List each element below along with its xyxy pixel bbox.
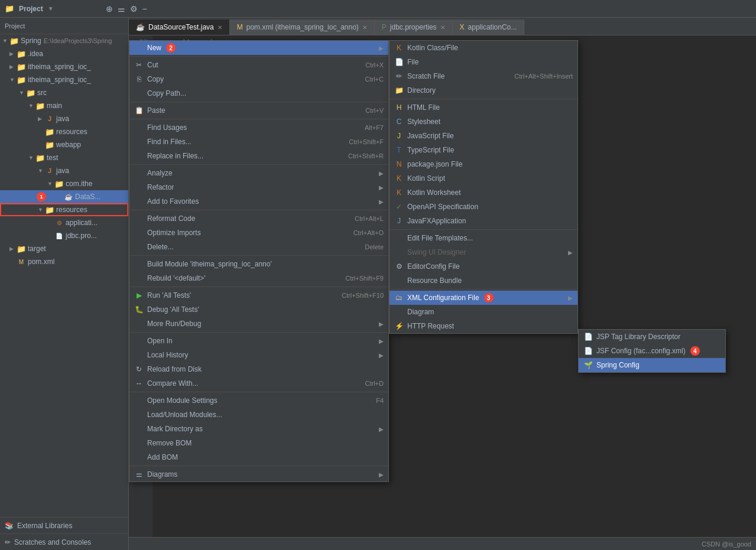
tab-datasource[interactable]: ☕ DataSourceTest.java ✕ <box>129 19 230 35</box>
sidebar-item-resources2[interactable]: ▼ 📁 resources <box>0 203 128 216</box>
menu-item-rebuild[interactable]: Rebuild '<default>' Ctrl+Shift+F9 <box>129 271 388 285</box>
title-dropdown-icon[interactable]: ▼ <box>48 5 54 12</box>
menu-item-run-tests[interactable]: ▶ Run 'All Tests' Ctrl+Shift+F10 <box>129 288 388 302</box>
menu-item-open-in[interactable]: Open In ▶ <box>129 334 388 348</box>
sidebar-item-external-libs[interactable]: 📚 External Libraries <box>0 517 129 533</box>
tab-pom[interactable]: M pom.xml (itheima_spring_ioc_anno) ✕ <box>230 19 375 35</box>
sidebar-item-resources[interactable]: 📁 resources <box>0 125 128 138</box>
sidebar-item-datasource[interactable]: ☕ DataS... 1 <box>0 190 128 203</box>
sidebar-tree: ▼ 📁 Spring E:\IdeaProjects3\Spring ▶ 📁 .… <box>0 34 128 550</box>
menu-item-cut[interactable]: ✂ Cut Ctrl+X <box>129 58 388 72</box>
menu-item-debug-tests[interactable]: 🐛 Debug 'All Tests' <box>129 302 388 317</box>
menu-item-find-in-files[interactable]: Find in Files... Ctrl+Shift+F <box>129 135 388 149</box>
submenu-diagram[interactable]: Diagram <box>390 305 577 319</box>
file-icon: 📄 <box>394 57 404 67</box>
submenu-kotlin-class[interactable]: K Kotlin Class/File <box>390 41 577 55</box>
css-left: C Stylesheet <box>394 117 440 126</box>
menu-item-reload-disk[interactable]: ↻ Reload from Disk <box>129 362 388 376</box>
add-icon[interactable]: ⊕ <box>106 4 113 14</box>
tab-jdbc-close[interactable]: ✕ <box>440 24 445 31</box>
dir-label: Directory <box>407 86 436 95</box>
fav-left: Add to Favorites <box>134 197 199 206</box>
pkg-icon: N <box>394 160 404 169</box>
sidebar-item-pom[interactable]: M pom.xml <box>0 255 128 268</box>
sidebar-item-itheima2[interactable]: ▼ 📁 itheima_spring_ioc_ <box>0 73 128 86</box>
sidebar-item-spring-root[interactable]: ▼ 📁 Spring E:\IdeaProjects3\Spring <box>0 34 128 47</box>
menu-item-delete[interactable]: Delete... Delete <box>129 240 388 254</box>
menu-item-remove-bom[interactable]: Remove BOM <box>129 436 388 450</box>
sidebar-item-main[interactable]: ▼ 📁 main <box>0 99 128 112</box>
api-label: OpenAPI Specification <box>407 203 478 211</box>
menu-item-add-favorites[interactable]: Add to Favorites ▶ <box>129 194 388 209</box>
sidebar-item-java[interactable]: ▶ J java <box>0 112 128 125</box>
submenu-scratch[interactable]: ✏ Scratch File Ctrl+Alt+Shift+Insert <box>390 69 577 83</box>
menu-item-paste[interactable]: 📋 Paste Ctrl+V <box>129 103 388 118</box>
sidebar-item-com-ithe[interactable]: ▼ 📁 com.ithe <box>0 177 128 190</box>
ks-label: Kotlin Script <box>407 174 445 183</box>
sidebar-item-itheima1[interactable]: ▶ 📁 itheima_spring_ioc_ <box>0 60 128 73</box>
sync-icon[interactable]: ⚌ <box>118 4 125 14</box>
sidebar-item-src[interactable]: ▼ 📁 src <box>0 86 128 99</box>
menu-item-mark-dir[interactable]: Mark Directory as ▶ <box>129 422 388 436</box>
submenu-directory[interactable]: 📁 Directory <box>390 83 577 97</box>
submenu-ts[interactable]: T TypeScript File <box>390 143 577 157</box>
submenu-javafx[interactable]: J JavaFXApplication <box>390 214 577 228</box>
tab-datasource-close[interactable]: ✕ <box>218 24 222 31</box>
menu-item-module-settings[interactable]: Open Module Settings F4 <box>129 393 388 408</box>
menu-item-more-run[interactable]: More Run/Debug ▶ <box>129 317 388 331</box>
ms-left: Open Module Settings <box>134 396 218 405</box>
more-run-left: More Run/Debug <box>134 319 201 328</box>
sidebar-item-test-java[interactable]: ▼ J java <box>0 164 128 177</box>
submenu-js[interactable]: J JavaScript File <box>390 129 577 143</box>
submenu-kotlin-worksheet[interactable]: K Kotlin Worksheet <box>390 185 577 200</box>
html-left: H HTML File <box>394 103 440 112</box>
submenu-edit-templates[interactable]: Edit File Templates... <box>390 231 577 245</box>
sidebar-item-webapp[interactable]: 📁 webapp <box>0 138 128 151</box>
submenu-spring-config[interactable]: 🌱 Spring Config <box>579 358 725 372</box>
sidebar-item-jdbc-prop[interactable]: 📄 jdbc.pro... <box>0 229 128 242</box>
submenu-openapi[interactable]: ✓ OpenAPI Specification <box>390 200 577 214</box>
fif-icon <box>134 137 144 147</box>
submenu-jsp-tag[interactable]: 📄 JSP Tag Library Descriptor <box>579 330 725 344</box>
menu-item-local-history[interactable]: Local History ▶ <box>129 348 388 362</box>
api-left: ✓ OpenAPI Specification <box>394 202 478 211</box>
menu-item-optimize[interactable]: Optimize Imports Ctrl+Alt+O <box>129 226 388 240</box>
submenu-stylesheet[interactable]: C Stylesheet <box>390 115 577 129</box>
submenu-editorconfig[interactable]: ⚙ EditorConfig File <box>390 259 577 274</box>
tab-pom-close[interactable]: ✕ <box>362 24 367 31</box>
sidebar-item-idea[interactable]: ▶ 📁 .idea <box>0 47 128 60</box>
menu-item-new[interactable]: New 2 ▶ <box>129 41 388 55</box>
menu-item-replace-in-files[interactable]: Replace in Files... Ctrl+Shift+R <box>129 149 388 163</box>
submenu-html[interactable]: H HTML File <box>390 100 577 115</box>
menu-item-copy[interactable]: ⎘ Copy Ctrl+C <box>129 72 388 86</box>
scratch-label: Scratch File <box>407 72 444 80</box>
tab-appco[interactable]: X applicationCo... <box>453 19 525 35</box>
sidebar-item-scratches[interactable]: ✏ Scratches and Consoles <box>0 533 129 550</box>
sidebar-item-test[interactable]: ▼ 📁 test <box>0 151 128 164</box>
menu-item-build-module[interactable]: Build Module 'itheima_spring_ioc_anno' <box>129 257 388 271</box>
test-java-arrow: ▼ <box>38 168 44 174</box>
submenu-kotlin-script[interactable]: K Kotlin Script <box>390 171 577 185</box>
tab-jdbc[interactable]: P jdbc.properties ✕ <box>375 19 453 35</box>
submenu-xml-config[interactable]: 🗂 XML Configuration File 3 ▶ <box>390 291 577 305</box>
submenu-jsf-config[interactable]: 📄 JSF Config (fac...config.xml) 4 <box>579 344 725 358</box>
minus-icon[interactable]: − <box>142 4 147 14</box>
submenu-pkg-json[interactable]: N package.json File <box>390 157 577 171</box>
menu-item-find-usages[interactable]: Find Usages Alt+F7 <box>129 121 388 135</box>
menu-item-load-unload[interactable]: Load/Unload Modules... <box>129 408 388 422</box>
menu-item-analyze[interactable]: Analyze ▶ <box>129 166 388 180</box>
menu-item-reformat[interactable]: Reformat Code Ctrl+Alt+L <box>129 211 388 226</box>
kotlin-label: Kotlin Class/File <box>407 44 458 52</box>
menu-item-copy-path[interactable]: Copy Path... <box>129 86 388 100</box>
menu-item-add-bom[interactable]: Add BOM <box>129 450 388 464</box>
menu-item-compare[interactable]: ↔ Compare With... Ctrl+D <box>129 376 388 390</box>
sidebar-item-appctx[interactable]: ⚙ applicati... <box>0 216 128 229</box>
settings-icon[interactable]: ⚙ <box>130 4 138 14</box>
more-run-arrow: ▶ <box>379 321 384 327</box>
sidebar-item-target[interactable]: ▶ 📁 target <box>0 242 128 255</box>
submenu-http-request[interactable]: ⚡ HTTP Request <box>390 319 577 333</box>
submenu-resource-bundle[interactable]: Resource Bundle <box>390 274 577 288</box>
menu-item-refactor[interactable]: Refactor ▶ <box>129 180 388 194</box>
menu-item-diagrams[interactable]: ⚌ Diagrams ▶ <box>129 467 388 481</box>
submenu-file[interactable]: 📄 File <box>390 55 577 69</box>
